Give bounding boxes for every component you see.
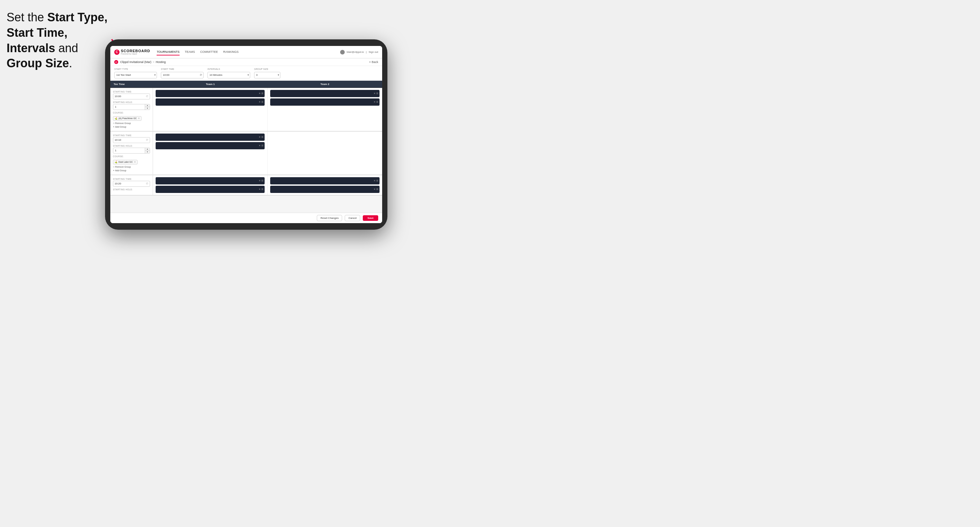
player-x-2-1[interactable]: ✕ ☰ <box>259 136 263 138</box>
logo-icon: C <box>114 49 119 55</box>
add-icon-2: + <box>113 169 115 172</box>
player-row-1-2: ✕ ☰ <box>156 98 265 106</box>
nav-bar: C SCOREBOARD Powered by clippd TOURNAMEN… <box>110 46 382 59</box>
starting-time-field-2[interactable]: 10:10 ⏱ <box>113 137 150 143</box>
tablet-device: C SCOREBOARD Powered by clippd TOURNAMEN… <box>105 40 387 230</box>
clock-icon-3: ⏱ <box>146 182 148 185</box>
user-avatar <box>340 50 345 54</box>
player-row-2-2: ✕ ☰ <box>156 142 265 149</box>
logo: C SCOREBOARD Powered by clippd <box>114 49 150 55</box>
table-area: Tee Time Team 1 Team 2 STARTING TIME: 10… <box>110 81 382 213</box>
player-x-1-4[interactable]: ✕ ☰ <box>374 101 378 103</box>
remove-group-1[interactable]: ○ Remove Group <box>113 122 150 125</box>
starting-hole-stepper-2[interactable]: 1 ▲ ▼ <box>113 148 150 154</box>
player-row-1-3: ✕ ☰ <box>270 90 380 97</box>
table-header: Tee Time Team 1 Team 2 <box>110 81 382 88</box>
team2-col-1: ✕ ☰ ✕ ☰ <box>267 88 382 131</box>
nav-link-teams[interactable]: TEAMS <box>185 49 195 56</box>
breadcrumb-separator: > <box>153 60 154 63</box>
intervals-select[interactable]: 10 Minutes 8 Minutes 12 Minutes <box>207 72 250 78</box>
player-row-2-1: ✕ ☰ <box>156 133 265 141</box>
remove-icon-2: ○ <box>113 165 115 168</box>
instruction-text: Set the Start Type, Start Time, Interval… <box>6 10 111 71</box>
course-icon-1: ⛳ <box>115 117 118 120</box>
nav-link-rankings[interactable]: RANKINGS <box>223 49 239 56</box>
group-size-label: Group Size <box>254 68 280 70</box>
breadcrumb-current: Hosting <box>156 60 166 63</box>
back-link[interactable]: < Back <box>369 60 378 63</box>
starting-hole-stepper-1[interactable]: 1 ▲ ▼ <box>113 104 150 110</box>
hole-value-1: 1 <box>113 104 145 110</box>
group-row-3: STARTING TIME: 10:20 ⏱ STARTING HOLE: ✕ … <box>110 175 382 195</box>
course-tag-1: ⛳ (A) Peachtree GC ✕ <box>113 116 142 121</box>
add-group-1[interactable]: + Add Group <box>113 125 150 128</box>
player-x-3-3[interactable]: ✕ ☰ <box>374 179 378 182</box>
starting-time-field-1[interactable]: 10:00 ⏱ <box>113 94 150 99</box>
player-x-1-3[interactable]: ✕ ☰ <box>374 92 378 95</box>
pipe-separator: | <box>366 51 367 54</box>
player-x-2-2[interactable]: ✕ ☰ <box>259 144 263 147</box>
stepper-down-1[interactable]: ▼ <box>145 107 150 110</box>
action-links-2: ○ Remove Group + Add Group <box>113 165 150 172</box>
starting-hole-label-1: STARTING HOLE: <box>113 101 150 103</box>
team2-col-2 <box>267 132 382 175</box>
starting-time-label-2: STARTING TIME: <box>113 134 150 137</box>
breadcrumb-bar: C Clippd Invitational (Mar) > Hosting < … <box>110 59 382 66</box>
tournament-link[interactable]: Clippd Invitational (Mar) <box>120 60 151 63</box>
player-x-1-2[interactable]: ✕ ☰ <box>259 101 263 103</box>
course-name-2: East Lake GC <box>119 161 133 163</box>
add-icon-1: + <box>113 125 115 128</box>
stepper-up-2[interactable]: ▲ <box>145 148 150 151</box>
player-row-3-4: ✕ ☰ <box>270 186 380 193</box>
cancel-button[interactable]: Cancel <box>345 215 360 221</box>
starting-time-value-3: 10:20 <box>115 182 146 185</box>
course-label-2: COURSE: <box>113 155 150 157</box>
player-x-3-2[interactable]: ✕ ☰ <box>259 188 263 190</box>
col-tee-time: Tee Time <box>110 81 153 87</box>
course-tag-2: ⛳ East Lake GC ✕ <box>113 160 138 164</box>
add-group-2[interactable]: + Add Group <box>113 169 150 172</box>
group-size-select-wrap: 3 2 4 ▾ <box>254 71 280 78</box>
group-row-1: STARTING TIME: 10:00 ⏱ STARTING HOLE: 1 … <box>110 88 382 132</box>
group-size-group: Group Size 3 2 4 ▾ <box>254 68 280 78</box>
nav-link-tournaments[interactable]: TOURNAMENTS <box>157 49 179 56</box>
breadcrumb-logo: C <box>114 60 118 64</box>
action-links-1: ○ Remove Group + Add Group <box>113 122 150 128</box>
starting-time-field-3[interactable]: 10:20 ⏱ <box>113 181 150 187</box>
stepper-buttons-2: ▲ ▼ <box>145 148 150 153</box>
remove-group-2[interactable]: ○ Remove Group <box>113 165 150 168</box>
start-time-select[interactable]: 10:00 <box>161 72 204 78</box>
left-panel-1: STARTING TIME: 10:00 ⏱ STARTING HOLE: 1 … <box>110 88 153 131</box>
course-remove-1[interactable]: ✕ <box>138 117 140 120</box>
save-button[interactable]: Save <box>363 215 378 221</box>
starting-time-value-1: 10:00 <box>115 95 146 98</box>
player-x-3-4[interactable]: ✕ ☰ <box>374 188 378 190</box>
nav-links: TOURNAMENTS TEAMS COMMITTEE RANKINGS <box>157 49 340 56</box>
sign-out-link[interactable]: Sign out <box>369 51 378 54</box>
starting-time-value-2: 10:10 <box>115 138 146 141</box>
player-x-1-1[interactable]: ✕ ☰ <box>259 92 263 95</box>
start-type-select[interactable]: 1st Tee Start Shotgun Start <box>114 72 157 78</box>
course-label-1: COURSE: <box>113 111 150 114</box>
player-row-1-1: ✕ ☰ <box>156 90 265 97</box>
col-team2: Team 2 <box>267 81 382 87</box>
settings-row: Start Type 1st Tee Start Shotgun Start ▾… <box>110 66 382 81</box>
bottom-bar: Reset Changes Cancel Save <box>110 213 382 223</box>
team1-col-2: ✕ ☰ ✕ ☰ <box>153 132 267 175</box>
reset-changes-button[interactable]: Reset Changes <box>317 215 342 221</box>
team2-col-3: ✕ ☰ ✕ ☰ <box>267 175 382 195</box>
starting-time-label-3: STARTING TIME: <box>113 178 150 180</box>
player-row-1-4: ✕ ☰ <box>270 98 380 106</box>
stepper-up-1[interactable]: ▲ <box>145 104 150 107</box>
stepper-buttons-1: ▲ ▼ <box>145 104 150 110</box>
course-name-1: (A) Peachtree GC <box>119 117 137 119</box>
clock-icon-2: ⏱ <box>146 138 148 141</box>
clock-icon-1: ⏱ <box>146 95 148 98</box>
nav-link-committee[interactable]: COMMITTEE <box>200 49 218 56</box>
hole-value-2: 1 <box>113 148 145 153</box>
course-remove-2[interactable]: ✕ <box>134 161 136 163</box>
stepper-down-2[interactable]: ▼ <box>145 151 150 153</box>
player-x-3-1[interactable]: ✕ ☰ <box>259 179 263 182</box>
intervals-label: Intervals <box>207 68 250 70</box>
group-size-select[interactable]: 3 2 4 <box>254 72 280 78</box>
